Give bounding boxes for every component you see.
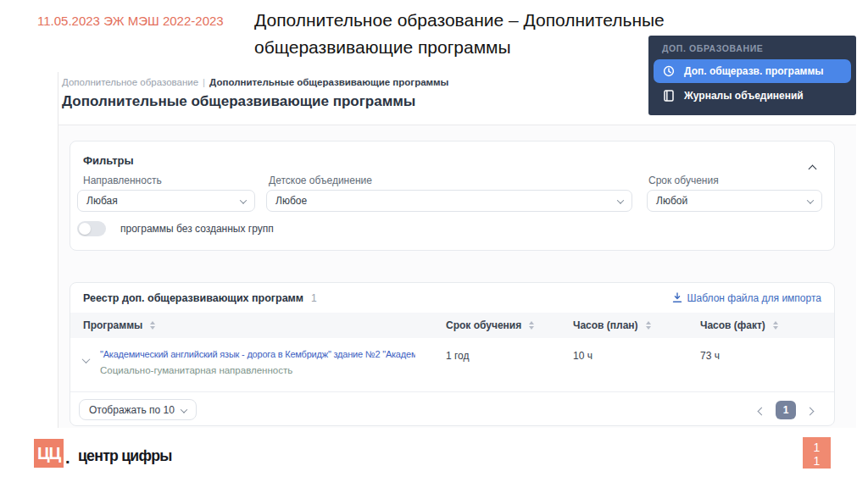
journal-icon (663, 90, 675, 102)
toggle-knob (79, 223, 91, 235)
column-programs: Программы (83, 319, 446, 331)
header-divider (58, 125, 856, 125)
association-select-value: Любое (275, 195, 307, 207)
brand-logo: ЦЦ . центр цифры (34, 439, 179, 468)
breadcrumb-current: Дополнительные общеразвивающие программы (209, 77, 448, 87)
hours-plan-cell: 10 ч (573, 349, 700, 362)
hours-fact-cell: 73 ч (700, 349, 834, 362)
import-template-label: Шаблон файла для импорта (687, 292, 821, 304)
association-select[interactable]: Любое (266, 190, 632, 212)
page-size-button[interactable]: Отображать по 10 (79, 399, 197, 420)
toggle-row: программы без созданных групп (77, 221, 274, 236)
nav-item-journals[interactable]: Журналы объединений (654, 84, 851, 108)
column-label: Часов (факт) (700, 319, 765, 331)
logo-mark: ЦЦ (34, 439, 64, 468)
registry-title: Реестр доп. общеразвивающих программ (83, 292, 303, 304)
sort-icon[interactable] (773, 321, 778, 330)
column-label: Срок обучения (446, 319, 521, 331)
chevron-down-icon (241, 195, 246, 207)
nav-item-dop-programs[interactable]: Доп. общеразв. программы (654, 59, 851, 83)
import-template-link[interactable]: Шаблон файла для импорта (672, 292, 821, 304)
chevron-left-icon[interactable] (759, 402, 765, 418)
logo-dot: . (65, 448, 70, 468)
no-groups-toggle[interactable] (77, 221, 106, 236)
filter-label-association: Детское объединение (269, 175, 372, 186)
sort-icon[interactable] (529, 321, 534, 330)
page-title: Дополнительные общеразвивающие программы (62, 93, 415, 110)
chevron-down-icon (808, 195, 813, 207)
no-groups-toggle-label: программы без созданных групп (120, 223, 274, 235)
download-icon (672, 292, 682, 303)
app-frame-left-border (58, 72, 58, 428)
registry-count: 1 (311, 292, 317, 304)
duration-select[interactable]: Любой (647, 190, 822, 212)
page-number-line: 1 (803, 441, 831, 454)
nav-section-title: ДОП. ОБРАЗОВАНИЕ (648, 42, 856, 58)
breadcrumb-parent[interactable]: Дополнительное образование (62, 77, 198, 87)
duration-select-value: Любой (656, 195, 687, 207)
filter-label-direction: Направленность (83, 175, 162, 186)
nav-item-label: Журналы объединений (684, 90, 804, 102)
side-nav-panel: ДОП. ОБРАЗОВАНИЕ Доп. общеразв. программ… (648, 36, 856, 115)
filters-title: Фильтры (83, 154, 134, 167)
chevron-down-icon (618, 195, 623, 207)
clock-icon (663, 65, 675, 77)
sort-icon[interactable] (646, 321, 651, 330)
program-name-link[interactable]: "Академический английский язык - дорога … (100, 349, 415, 359)
table-footer: Отображать по 10 1 (70, 391, 834, 427)
program-direction: Социально-гуманитарная направленность (100, 365, 415, 375)
breadcrumb-separator: | (203, 77, 205, 87)
registry-panel: Реестр доп. общеразвивающих программ 1 Ш… (70, 282, 835, 426)
table-row: "Академический английский язык - дорога … (70, 338, 834, 391)
page-number-line: 1 (803, 454, 831, 468)
chevron-down-icon (181, 404, 186, 416)
chevron-up-icon[interactable] (810, 160, 815, 175)
logo-brand-name: центр цифры (78, 446, 172, 465)
date-label: 11.05.2023 ЭЖ МЭШ 2022-2023 (37, 14, 224, 28)
breadcrumb: Дополнительное образование|Дополнительны… (62, 77, 448, 87)
direction-select[interactable]: Любая (77, 190, 255, 212)
slide: 11.05.2023 ЭЖ МЭШ 2022-2023 Дополнительн… (0, 0, 868, 488)
program-cell: "Академический английский язык - дорога … (83, 349, 446, 375)
column-hours-fact: Часов (факт) (700, 319, 834, 331)
chevron-right-icon[interactable] (807, 402, 813, 418)
slide-page-number: 1 1 (803, 437, 831, 469)
direction-select-value: Любая (86, 195, 118, 207)
sort-icon[interactable] (150, 321, 155, 330)
table-header-row: Программы Срок обучения Часов (план) Час… (70, 313, 834, 338)
expand-row-icon[interactable] (83, 352, 89, 375)
duration-cell: 1 год (446, 349, 573, 362)
page-size-label: Отображать по 10 (89, 404, 175, 416)
pagination: 1 (759, 401, 813, 419)
column-label: Программы (83, 319, 142, 331)
filter-label-duration: Срок обучения (648, 175, 719, 186)
column-duration: Срок обучения (446, 319, 573, 331)
column-hours-plan: Часов (план) (573, 319, 700, 331)
filters-panel: Фильтры Направленность Любая Детское объ… (70, 141, 835, 251)
registry-header: Реестр доп. общеразвивающих программ 1 Ш… (70, 283, 834, 313)
column-label: Часов (план) (573, 319, 638, 331)
nav-item-label: Доп. общеразв. программы (684, 65, 824, 77)
pagination-current-page[interactable]: 1 (776, 401, 796, 419)
